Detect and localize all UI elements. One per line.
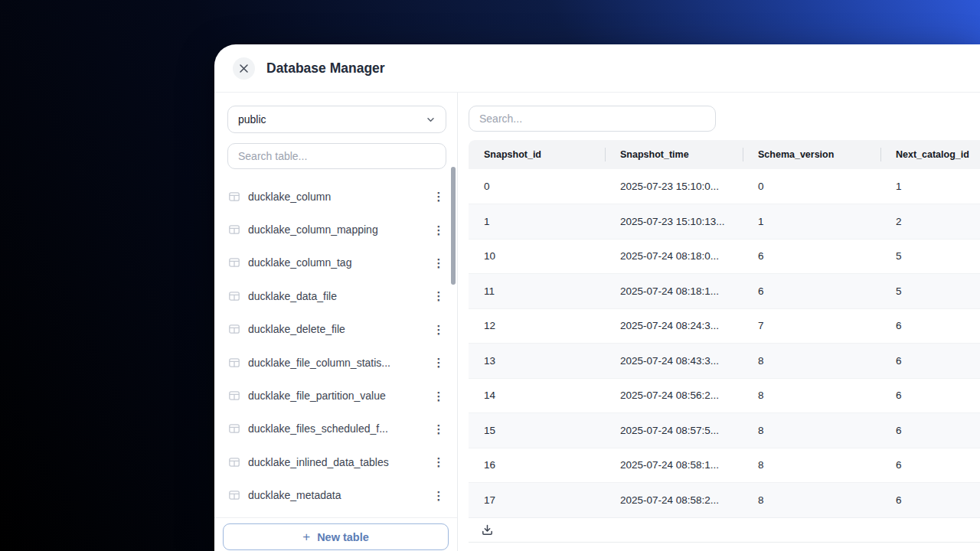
cell-schema-version: 8 bbox=[743, 344, 880, 379]
cell-next-catalog-id: 6 bbox=[880, 448, 980, 483]
table-item-label: ducklake_inlined_data_tables bbox=[248, 456, 433, 468]
table-search-input[interactable] bbox=[227, 143, 446, 169]
table-row[interactable]: 11 2025-07-24 08:18:1... 6 5 bbox=[469, 274, 980, 309]
table-grid-icon bbox=[228, 191, 240, 203]
table-row[interactable]: 15 2025-07-24 08:57:5... 8 6 bbox=[469, 413, 980, 448]
cell-snapshot-id: 10 bbox=[469, 239, 605, 274]
table-item-label: ducklake_delete_file bbox=[248, 323, 433, 335]
table-list: ducklake_column ⋮ ducklake_column_mappin… bbox=[214, 180, 454, 512]
database-manager-modal: Database Manager public ducklake_column … bbox=[214, 44, 980, 551]
close-button[interactable] bbox=[233, 57, 255, 80]
cell-next-catalog-id: 6 bbox=[880, 378, 980, 413]
table-row[interactable]: 17 2025-07-24 08:58:2... 8 6 bbox=[469, 483, 980, 518]
table-grid-icon bbox=[228, 323, 240, 335]
table-item-label: ducklake_metadata bbox=[248, 489, 433, 501]
table-row[interactable]: 13 2025-07-24 08:43:3... 8 6 bbox=[469, 344, 980, 379]
table-row[interactable]: 0 2025-07-23 15:10:0... 0 1 bbox=[469, 169, 980, 204]
table-item-label: ducklake_column_mapping bbox=[248, 223, 433, 236]
sidebar: public ducklake_column ⋮ ducklake_column… bbox=[214, 93, 458, 551]
kebab-menu-icon[interactable]: ⋮ bbox=[433, 324, 445, 335]
cell-schema-version: 6 bbox=[743, 239, 880, 274]
sidebar-table-item[interactable]: ducklake_delete_file ⋮ bbox=[214, 313, 454, 346]
cell-schema-version: 1 bbox=[743, 204, 880, 240]
data-table: Snapshot_id Snapshot_time Schema_version… bbox=[469, 140, 980, 543]
page-title: Database Manager bbox=[266, 60, 385, 77]
cell-next-catalog-id: 6 bbox=[880, 483, 980, 518]
cell-snapshot-time: 2025-07-24 08:18:0... bbox=[605, 239, 743, 274]
table-grid-icon bbox=[228, 422, 240, 435]
cell-snapshot-id: 16 bbox=[469, 448, 605, 483]
kebab-menu-icon[interactable]: ⋮ bbox=[433, 257, 445, 269]
cell-schema-version: 8 bbox=[743, 413, 880, 448]
cell-snapshot-id: 12 bbox=[469, 308, 605, 344]
table-body: 0 2025-07-23 15:10:0... 0 1 1 2025-07-23… bbox=[469, 169, 980, 517]
table-item-label: ducklake_data_file bbox=[248, 290, 433, 302]
sidebar-table-item[interactable]: ducklake_metadata ⋮ bbox=[214, 479, 454, 512]
table-row[interactable]: 10 2025-07-24 08:18:0... 6 5 bbox=[469, 239, 980, 274]
column-header-schema-version: Schema_version bbox=[743, 140, 880, 169]
download-icon bbox=[482, 524, 493, 536]
column-header-snapshot-time: Snapshot_time bbox=[605, 140, 743, 169]
schema-select[interactable]: public bbox=[227, 106, 446, 133]
cell-schema-version: 8 bbox=[743, 483, 880, 518]
cell-next-catalog-id: 6 bbox=[880, 413, 980, 448]
table-row[interactable]: 1 2025-07-23 15:10:13... 1 2 bbox=[469, 204, 980, 240]
row-search-input[interactable] bbox=[469, 106, 716, 132]
cell-snapshot-time: 2025-07-24 08:24:3... bbox=[605, 308, 743, 344]
table-item-label: ducklake_column_tag bbox=[248, 256, 433, 269]
new-table-label: New table bbox=[317, 531, 369, 543]
kebab-menu-icon[interactable]: ⋮ bbox=[433, 490, 445, 501]
column-header-snapshot-id: Snapshot_id bbox=[469, 140, 605, 169]
new-table-button[interactable]: + New table bbox=[223, 523, 449, 550]
cell-snapshot-id: 14 bbox=[469, 378, 605, 413]
table-grid-icon bbox=[228, 256, 240, 269]
sidebar-table-item[interactable]: ducklake_files_scheduled_f... ⋮ bbox=[214, 412, 454, 445]
main-content: Snapshot_id Snapshot_time Schema_version… bbox=[458, 93, 980, 551]
download-button[interactable] bbox=[482, 524, 493, 536]
cell-snapshot-time: 2025-07-24 08:58:2... bbox=[605, 483, 743, 518]
table-grid-icon bbox=[228, 290, 240, 302]
kebab-menu-icon[interactable]: ⋮ bbox=[433, 290, 445, 302]
table-row[interactable]: 14 2025-07-24 08:56:2... 8 6 bbox=[469, 378, 980, 413]
sidebar-table-item[interactable]: ducklake_column_mapping ⋮ bbox=[214, 213, 454, 246]
sidebar-table-item[interactable]: ducklake_data_file ⋮ bbox=[214, 279, 454, 312]
table-row[interactable]: 16 2025-07-24 08:58:1... 8 6 bbox=[469, 448, 980, 483]
chevron-down-icon bbox=[426, 115, 436, 125]
kebab-menu-icon[interactable]: ⋮ bbox=[433, 456, 445, 468]
cell-snapshot-id: 13 bbox=[469, 344, 605, 379]
column-header-next-catalog-id: Next_catalog_id bbox=[880, 140, 980, 169]
table-header-row: Snapshot_id Snapshot_time Schema_version… bbox=[469, 140, 980, 169]
cell-schema-version: 8 bbox=[743, 378, 880, 413]
kebab-menu-icon[interactable]: ⋮ bbox=[433, 191, 445, 202]
cell-snapshot-time: 2025-07-23 15:10:13... bbox=[605, 204, 743, 240]
cell-next-catalog-id: 5 bbox=[880, 274, 980, 309]
table-grid-icon bbox=[228, 489, 240, 501]
kebab-menu-icon[interactable]: ⋮ bbox=[433, 224, 445, 236]
table-row[interactable]: 12 2025-07-24 08:24:3... 7 6 bbox=[469, 308, 980, 344]
cell-next-catalog-id: 2 bbox=[880, 204, 980, 240]
kebab-menu-icon[interactable]: ⋮ bbox=[433, 423, 445, 435]
sidebar-table-item[interactable]: ducklake_column_tag ⋮ bbox=[214, 246, 454, 279]
sidebar-table-item[interactable]: ducklake_file_partition_value ⋮ bbox=[214, 379, 454, 412]
cell-schema-version: 7 bbox=[743, 308, 880, 344]
kebab-menu-icon[interactable]: ⋮ bbox=[433, 357, 445, 368]
table-grid-icon bbox=[228, 223, 240, 236]
cell-snapshot-time: 2025-07-24 08:58:1... bbox=[605, 448, 743, 483]
cell-snapshot-time: 2025-07-23 15:10:0... bbox=[605, 169, 743, 204]
kebab-menu-icon[interactable]: ⋮ bbox=[433, 390, 445, 402]
sidebar-table-item[interactable]: ducklake_inlined_data_tables ⋮ bbox=[214, 445, 454, 478]
x-icon bbox=[239, 64, 249, 73]
cell-snapshot-id: 11 bbox=[469, 274, 605, 309]
cell-snapshot-id: 1 bbox=[469, 204, 605, 240]
sidebar-footer: + New table bbox=[214, 517, 457, 551]
sidebar-scrollbar-thumb[interactable] bbox=[451, 167, 456, 285]
cell-snapshot-time: 2025-07-24 08:56:2... bbox=[605, 378, 743, 413]
cell-snapshot-time: 2025-07-24 08:57:5... bbox=[605, 413, 743, 448]
table-item-label: ducklake_files_scheduled_f... bbox=[248, 422, 433, 435]
sidebar-table-item[interactable]: ducklake_column ⋮ bbox=[214, 180, 454, 213]
table-item-label: ducklake_file_partition_value bbox=[248, 390, 433, 402]
cell-snapshot-time: 2025-07-24 08:43:3... bbox=[605, 344, 743, 379]
sidebar-table-item[interactable]: ducklake_file_column_statis... ⋮ bbox=[214, 346, 454, 379]
schema-select-value: public bbox=[238, 113, 266, 126]
cell-snapshot-id: 0 bbox=[469, 169, 605, 204]
